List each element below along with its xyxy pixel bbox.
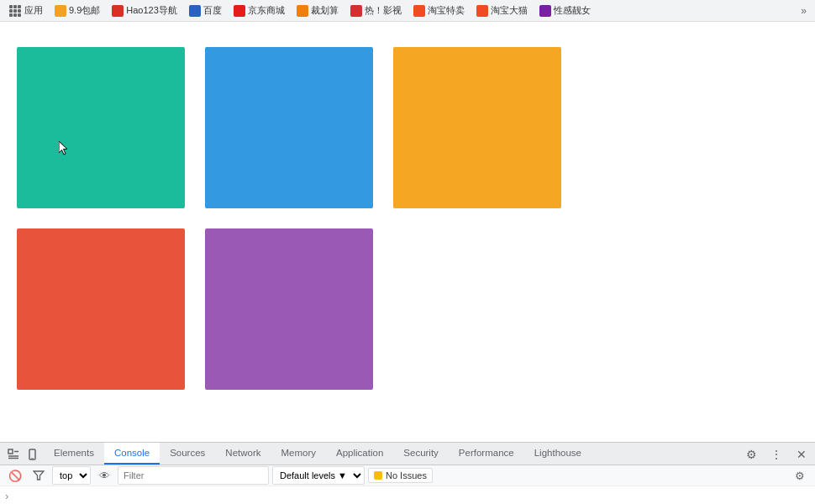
svg-rect-1 [8, 449, 13, 454]
bookmark-jd[interactable]: 京东商城 [229, 3, 290, 18]
console-filter-input[interactable] [118, 466, 269, 485]
svg-rect-5 [29, 449, 35, 459]
eye-icon-button[interactable]: 👁 [94, 465, 114, 486]
bookmark-label-baidu: 百度 [203, 4, 222, 17]
settings-icon-button[interactable]: ⚙ [790, 465, 810, 486]
toggle-filter-button[interactable] [29, 465, 49, 486]
devtools-tabs: Elements Console Sources Network Memory … [0, 443, 815, 465]
bookmark-icon-sexy [539, 5, 551, 17]
clear-console-button[interactable]: 🚫 [5, 465, 25, 486]
tab-security[interactable]: Security [393, 443, 449, 465]
devtools-settings-button[interactable]: ⚙ [741, 444, 761, 465]
tab-sources[interactable]: Sources [160, 443, 215, 465]
bookmark-99[interactable]: 9.9包邮 [50, 3, 105, 18]
yellow-box [393, 47, 561, 208]
bookmark-label-jd: 京东商城 [248, 4, 285, 17]
tab-lighthouse[interactable]: Lighthouse [524, 443, 592, 465]
apps-grid-icon [8, 4, 22, 18]
tab-network[interactable]: Network [215, 443, 271, 465]
more-bookmarks-icon[interactable]: » [796, 5, 812, 17]
tab-elements[interactable]: Elements [44, 443, 104, 465]
blue-box [205, 47, 373, 208]
tab-performance[interactable]: Performance [449, 443, 524, 465]
bookmark-video[interactable]: 热！影视 [345, 3, 407, 18]
bookmark-icon-video [350, 5, 362, 17]
apps-label: 应用 [24, 4, 43, 17]
devtools-close-button[interactable]: ✕ [791, 444, 812, 465]
bookmark-label-juhua: 裁划算 [311, 4, 339, 17]
main-content [0, 22, 815, 442]
bookmark-taobao2[interactable]: 淘宝大猫 [471, 3, 533, 18]
tab-memory[interactable]: Memory [271, 443, 327, 465]
devtools-panel: Elements Console Sources Network Memory … [0, 442, 815, 504]
no-issues-label: No Issues [386, 470, 427, 480]
console-input-area[interactable] [12, 488, 810, 503]
bookmark-icon-baidu [189, 5, 201, 17]
purple-box [205, 228, 373, 390]
bookmark-icon-jd [234, 5, 245, 17]
devtools-toolbar: 🚫 top 👁 Default levels ▼ No Issues ⚙ [0, 465, 815, 486]
bookmark-baidu[interactable]: 百度 [184, 3, 227, 18]
device-toolbar-button[interactable] [24, 444, 44, 465]
bookmark-icon-juhua [297, 5, 308, 17]
bookmark-label-hao123: Hao123导航 [126, 4, 177, 17]
log-levels-select[interactable]: Default levels ▼ [272, 466, 365, 485]
bookmark-label-sexy: 性感靓女 [554, 4, 591, 17]
bookmark-hao123[interactable]: Hao123导航 [107, 3, 182, 18]
bookmark-sexy[interactable]: 性感靓女 [534, 3, 596, 18]
bookmark-bar: 应用 9.9包邮 Hao123导航 百度 京东商城 裁划算 热！影视 淘宝特卖 … [0, 0, 815, 22]
bookmark-icon-taobao2 [476, 5, 488, 17]
console-chevron-icon: › [5, 490, 8, 502]
red-box [17, 228, 185, 390]
issue-dot-icon [374, 471, 382, 480]
devtools-tab-actions: ⚙ ⋮ ✕ [741, 444, 815, 465]
inspect-element-button[interactable] [3, 444, 24, 465]
tab-application[interactable]: Application [326, 443, 393, 465]
console-input-row: › [0, 486, 815, 504]
bookmark-label-taobao1: 淘宝特卖 [428, 4, 465, 17]
bookmark-label-99: 9.9包邮 [69, 4, 100, 17]
teal-box [17, 47, 185, 208]
bookmark-taobao1[interactable]: 淘宝特卖 [408, 3, 470, 18]
tab-console[interactable]: Console [104, 443, 160, 465]
color-row-2 [17, 228, 798, 390]
bookmark-icon-taobao1 [413, 5, 425, 17]
no-issues-badge[interactable]: No Issues [368, 468, 433, 483]
svg-rect-6 [31, 459, 34, 459]
bookmark-label-video: 热！影视 [365, 4, 402, 17]
bookmark-apps[interactable]: 应用 [3, 3, 48, 19]
context-selector[interactable]: top [52, 466, 91, 485]
color-row-1 [17, 47, 798, 208]
bookmark-juhua[interactable]: 裁划算 [292, 3, 344, 18]
svg-marker-7 [34, 471, 44, 480]
bookmark-label-taobao2: 淘宝大猫 [491, 4, 528, 17]
bookmark-icon-99 [55, 5, 66, 17]
devtools-more-button[interactable]: ⋮ [766, 444, 786, 465]
bookmark-icon-hao123 [112, 5, 124, 17]
